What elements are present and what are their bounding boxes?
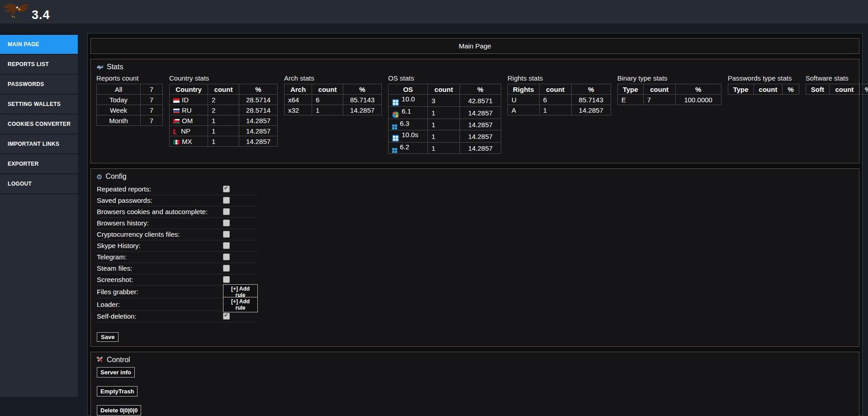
table-cell: 1 (539, 105, 571, 115)
table-row: Week7 (97, 105, 163, 115)
config-row-repeated-reports: Repeated reports: (97, 184, 258, 195)
windows-win8-icon (392, 148, 397, 153)
table-cell: Week (97, 105, 141, 115)
checkbox-browsers-cookies-and-autocomplete[interactable] (223, 208, 230, 215)
checkbox-browsers-history[interactable] (223, 220, 230, 226)
sidebar-item-exporter[interactable]: EXPORTER (0, 154, 78, 174)
sidebar-item-reports-list[interactable]: REPORTS LIST (0, 55, 78, 75)
delete-0-0-0-0-button[interactable]: Delete 0|0|0|0 (97, 405, 141, 416)
table-cell: 14.2857 (239, 126, 278, 136)
table-cell: MX (170, 136, 208, 147)
stat-table-header-row: Countrycount% (170, 84, 278, 95)
column-header: % (859, 84, 868, 95)
column-header: Country (170, 84, 208, 95)
checkbox-self-deletion[interactable] (223, 313, 230, 320)
table-cell: 7 (141, 84, 163, 95)
eagle-logo-icon (3, 1, 31, 22)
column-header: Soft (806, 84, 829, 95)
sidebar-item-passwords[interactable]: PASSWORDS (0, 75, 78, 95)
table-cell: 7 (643, 95, 675, 105)
column-header: Type (617, 84, 643, 95)
checkbox-steam-files[interactable] (223, 265, 230, 272)
config-row-control: [+] Add rule (223, 297, 258, 312)
table-cell: 7 (141, 115, 163, 126)
column-header: count (208, 84, 239, 95)
control-panel: Control Server infoEmptyTrashDelete 0|0|… (90, 352, 859, 416)
table-cell: Month (97, 115, 141, 126)
table-cell: 6.1 (389, 107, 428, 119)
stat-table-passwords-type-stats: Typecount% (728, 84, 799, 95)
config-row-cryptocurrency-clients-files: Cryptocurrency clients files: (97, 229, 258, 240)
sidebar-menu: MAIN PAGEREPORTS LISTPASSWORDSSETTING WA… (0, 35, 78, 194)
table-cell: 1 (312, 105, 343, 115)
flag-ru-icon (173, 109, 180, 113)
config-row-saved-passwords: Saved passwords: (97, 195, 258, 206)
sidebar-item-logout[interactable]: LOGOUT (0, 174, 78, 194)
checkbox-screenshot[interactable] (223, 276, 230, 283)
sidebar-item-main-page[interactable]: MAIN PAGE (0, 35, 78, 55)
stat-table-header-row: Softcount% (806, 84, 868, 95)
column-header: count (643, 84, 675, 95)
flag-np-icon (173, 129, 177, 134)
table-row: MX114.2857 (170, 136, 278, 147)
add-rule-button-loader[interactable]: [+] Add rule (223, 297, 258, 312)
checkbox-repeated-reports[interactable] (223, 186, 230, 192)
table-cell: U (508, 95, 540, 105)
config-row-browsers-history: Browsers history: (97, 218, 258, 229)
stat-block-country-stats: Country statsCountrycount%ID228.5714RU22… (169, 74, 278, 147)
config-row-control (223, 265, 230, 272)
table-cell: Today (97, 95, 141, 105)
column-header: count (312, 84, 343, 95)
table-cell: 14.2857 (571, 105, 611, 115)
control-buttons: Server infoEmptyTrashDelete 0|0|0|0Delet… (95, 367, 854, 416)
checkbox-cryptocurrency-clients-files[interactable] (223, 231, 230, 238)
sidebar-item-important-links[interactable]: IMPORTANT LINKS (0, 134, 78, 154)
table-cell: 1 (428, 143, 460, 154)
version-text: 3.4 (32, 8, 50, 22)
table-cell: 2 (208, 95, 239, 105)
stat-table-rights-stats: Rightscount%U685.7143A114.2857 (508, 84, 611, 115)
config-row-control (223, 186, 230, 192)
table-cell: 1 (428, 130, 460, 143)
table-cell: 100.0000 (675, 95, 721, 105)
config-row-label: Loader: (97, 301, 120, 308)
config-row-label: Skype History: (97, 242, 141, 249)
table-row: All7 (97, 84, 163, 95)
config-row-control (223, 197, 230, 204)
table-cell: 10.0 (389, 95, 428, 107)
cell-text: 10.0 (402, 95, 415, 103)
table-cell: NP (170, 126, 208, 136)
checkbox-saved-passwords[interactable] (223, 197, 230, 204)
sidebar-item-label: SETTING WALLETS (8, 101, 61, 107)
table-row: x32114.2857 (285, 105, 382, 115)
emptytrash-button[interactable]: EmptyTrash (97, 386, 138, 397)
stat-table-header-row: Rightscount% (508, 84, 611, 95)
page-title: Main Page (459, 42, 491, 50)
topbar: 3.4 (0, 0, 868, 24)
table-cell: A (508, 105, 540, 115)
column-header: % (343, 84, 382, 95)
config-row-loader: Loader:[+] Add rule (97, 298, 258, 311)
config-row-label: Steam files: (97, 264, 132, 272)
flag-mx-icon (173, 140, 180, 144)
stat-table-title: Binary type stats (617, 74, 721, 82)
table-cell: 3 (428, 95, 460, 107)
table-row: 6.1114.2857 (389, 107, 501, 119)
table-cell: ID (170, 95, 208, 105)
checkbox-telegram[interactable] (223, 253, 230, 260)
table-row: 10.0s114.2857 (389, 130, 501, 143)
cell-text: OM (182, 117, 193, 124)
server-info-button[interactable]: Server info (97, 367, 135, 378)
table-cell: 28.5714 (239, 105, 278, 115)
sidebar-item-setting-wallets[interactable]: SETTING WALLETS (0, 95, 78, 115)
sidebar: MAIN PAGEREPORTS LISTPASSWORDSSETTING WA… (0, 34, 78, 397)
sidebar-item-label: MAIN PAGE (8, 41, 39, 48)
config-panel: ⚙ Config Repeated reports:Saved password… (90, 168, 859, 347)
config-row-label: Browsers cookies and autocomplete: (97, 208, 208, 215)
config-row-self-deletion: Self-deletion: (97, 311, 258, 322)
save-button[interactable]: Save (97, 332, 119, 342)
stat-table-reports-count: All7Today7Week7Month7 (96, 84, 163, 126)
sidebar-item-cookies-converter[interactable]: COOKIES CONVERTER (0, 115, 78, 134)
checkbox-skype-history[interactable] (223, 242, 230, 249)
table-row: E7100.0000 (617, 95, 721, 105)
